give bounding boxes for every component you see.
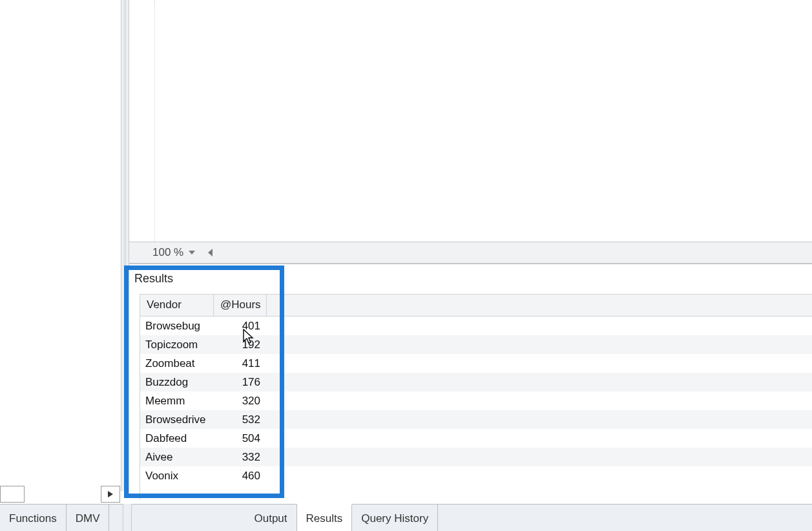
play-button[interactable] bbox=[101, 486, 120, 503]
play-icon bbox=[107, 490, 114, 498]
cell-hours: 176 bbox=[214, 376, 267, 389]
cell-hours: 460 bbox=[214, 470, 267, 483]
tab-results[interactable]: Results bbox=[297, 504, 353, 531]
cell-vendor: Voonix bbox=[140, 470, 214, 483]
results-pane: Results Vendor @Hours Browsebug401Topicz… bbox=[129, 264, 812, 503]
results-grid[interactable]: Vendor @Hours Browsebug401Topiczoom192Zo… bbox=[140, 294, 812, 500]
column-header-vendor[interactable]: Vendor bbox=[140, 295, 214, 316]
cell-vendor: Zoombeat bbox=[140, 357, 214, 370]
left-panel bbox=[0, 0, 127, 504]
scroll-left-icon[interactable] bbox=[208, 249, 213, 256]
editor-area: 100 % bbox=[129, 0, 812, 264]
cell-vendor: Meemm bbox=[140, 395, 214, 408]
zoom-dropdown-icon[interactable] bbox=[189, 251, 195, 255]
tab-dmv[interactable]: DMV bbox=[67, 505, 110, 531]
grid-body: Browsebug401Topiczoom192Zoombeat411Buzzd… bbox=[140, 317, 812, 485]
cell-hours: 504 bbox=[214, 432, 267, 445]
cell-vendor: Browsebug bbox=[140, 320, 214, 333]
input-box[interactable] bbox=[0, 486, 25, 503]
results-title: Results bbox=[129, 272, 173, 291]
cell-vendor: Aivee bbox=[140, 451, 214, 464]
cell-hours: 332 bbox=[214, 451, 267, 464]
table-row[interactable]: Browsebug401 bbox=[140, 317, 812, 335]
table-row[interactable]: Voonix460 bbox=[140, 466, 812, 485]
svg-marker-0 bbox=[108, 491, 113, 497]
zoom-level: 100 % bbox=[152, 246, 183, 259]
zoom-bar: 100 % bbox=[129, 242, 812, 264]
cell-vendor: Dabfeed bbox=[140, 432, 214, 445]
tab-query-history[interactable]: Query History bbox=[352, 505, 438, 531]
cell-hours: 320 bbox=[214, 395, 267, 408]
vertical-splitter[interactable] bbox=[121, 0, 125, 491]
tabs-left-group: FunctionsDMV bbox=[0, 505, 109, 531]
table-row[interactable]: Topiczoom192 bbox=[140, 335, 812, 354]
cell-vendor: Browsedrive bbox=[140, 413, 214, 426]
bottom-vertical-separator bbox=[123, 504, 132, 531]
cell-hours: 411 bbox=[214, 357, 267, 370]
bottom-tabs: FunctionsDMV OutputResultsQuery History bbox=[0, 504, 812, 531]
grid-header-row: Vendor @Hours bbox=[140, 295, 812, 317]
cell-vendor: Topiczoom bbox=[140, 338, 214, 351]
cell-hours: 401 bbox=[214, 320, 267, 333]
editor-margin bbox=[129, 0, 155, 243]
table-row[interactable]: Aivee332 bbox=[140, 448, 812, 466]
cell-hours: 192 bbox=[214, 338, 267, 351]
table-row[interactable]: Buzzdog176 bbox=[140, 373, 812, 391]
column-header-hours[interactable]: @Hours bbox=[214, 295, 267, 316]
table-row[interactable]: Browsedrive532 bbox=[140, 410, 812, 429]
table-row[interactable]: Meemm320 bbox=[140, 391, 812, 410]
tab-output[interactable]: Output bbox=[245, 505, 297, 531]
cell-vendor: Buzzdog bbox=[140, 376, 214, 389]
cell-hours: 532 bbox=[214, 413, 267, 426]
tab-functions[interactable]: Functions bbox=[0, 505, 67, 531]
table-row[interactable]: Zoombeat411 bbox=[140, 354, 812, 373]
tabs-right-group: OutputResultsQuery History bbox=[245, 505, 438, 531]
table-row[interactable]: Dabfeed504 bbox=[140, 429, 812, 448]
